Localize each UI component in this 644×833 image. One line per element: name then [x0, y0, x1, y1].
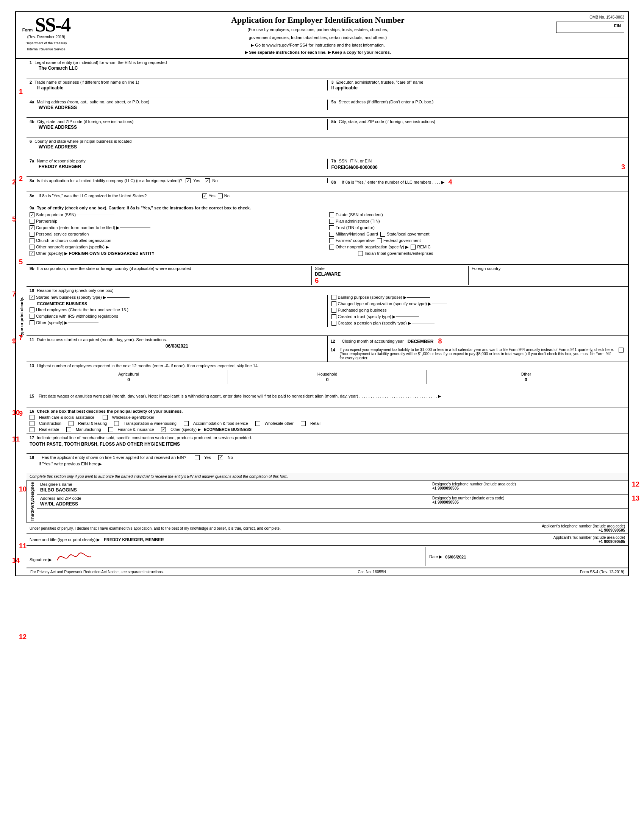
line14-number: 14: [331, 347, 338, 360]
cb-construction[interactable]: [29, 421, 34, 426]
reason-compliance: Compliance with IRS withholding regulati…: [36, 314, 118, 318]
line10-row: 10 Reason for applying (check only one b…: [27, 286, 628, 336]
line18-no-cb[interactable]: [218, 455, 223, 460]
cb-new-biz[interactable]: [29, 295, 34, 300]
cb-transport[interactable]: [114, 421, 119, 426]
cb-personal[interactable]: [29, 232, 34, 236]
line2-label: Trade name of business (if different fro…: [34, 80, 139, 84]
entity-other: Other (specify) ▶: [36, 251, 68, 256]
line8a-row: 8a Is this application for a limited lia…: [27, 177, 628, 192]
line18-yes-cb[interactable]: [195, 455, 200, 460]
cb-nonprofit2[interactable]: [329, 244, 334, 249]
annotation-12-right: 12: [632, 481, 639, 489]
line4b-label: City, state, and ZIP code (if foreign, s…: [37, 119, 134, 124]
line5b-label: City, state, and ZIP code (if foreign, s…: [339, 119, 435, 124]
sig-part: Signature ▶: [29, 547, 425, 566]
entity-nonprofit: Other nonprofit organization (specify) ▶: [36, 244, 109, 249]
cb-finance[interactable]: [108, 427, 113, 432]
cb-trust[interactable]: [332, 314, 336, 319]
cb-banking[interactable]: [332, 295, 336, 300]
cb-corp[interactable]: [29, 225, 34, 230]
cb-wholesale-other[interactable]: [255, 421, 260, 426]
tp-address-value: WY/DL ADDRESS: [40, 501, 426, 507]
line8c-yes-checkbox[interactable]: [202, 193, 207, 198]
cb-plan[interactable]: [329, 219, 334, 224]
cb-purchased[interactable]: [332, 308, 336, 313]
entity-farmers: Farmers' cooperative: [336, 238, 375, 243]
cb-military[interactable]: [329, 232, 334, 236]
name-title-label: Name and title (type or print clearly) ▶: [29, 537, 100, 542]
line18-number: 18: [29, 455, 37, 460]
line5a-number: 5a: [332, 100, 336, 104]
cb-hired[interactable]: [29, 307, 34, 312]
cb-farmers[interactable]: [329, 238, 334, 243]
cb-church[interactable]: [29, 238, 34, 243]
line4b-col: 4b City, state, and ZIP code (if foreign…: [29, 119, 328, 130]
line9a-number: 9a: [29, 206, 34, 210]
cb-accommodation[interactable]: [184, 421, 188, 426]
dept1: Department of the Treasury: [26, 41, 67, 45]
line18-row: 18 Has the applicant entity shown on lin…: [27, 453, 628, 473]
side-label: Type or print clearly.: [16, 59, 27, 576]
line15-label: First date wages or annuities were paid …: [39, 394, 441, 399]
line7b-col: 7b SSN, ITIN, or EIN FOREIGN/00-0000000 …: [328, 159, 625, 171]
line7a-label: Name of responsible party: [37, 159, 85, 163]
cb-indian[interactable]: [358, 251, 363, 256]
cb-other[interactable]: [29, 251, 34, 256]
instructions: ▶ See separate instructions for each lin…: [80, 50, 556, 55]
line7b-label: SSN, ITIN, or EIN: [339, 159, 372, 163]
cb-trust[interactable]: [329, 225, 334, 230]
annotation-7: 7: [12, 290, 16, 298]
line3-label: Executor, administrator, trustee, "care …: [336, 80, 423, 84]
line8c-no-checkbox[interactable]: [218, 193, 223, 198]
line4b-number: 4b: [29, 119, 34, 124]
line5a-label: Street address (if different) (Don't ent…: [339, 100, 434, 104]
cb-rental[interactable]: [69, 421, 74, 426]
line8a-no-checkbox[interactable]: [205, 178, 210, 183]
date-label: Date ▶: [429, 554, 442, 559]
cb-federal[interactable]: [377, 238, 382, 243]
cb-retail[interactable]: [301, 421, 306, 426]
line9b-state-col: State DELAWARE 6: [311, 266, 469, 285]
cb-manufacturing[interactable]: [66, 427, 71, 432]
act-other-value: ECOMMERCE BUSINESS: [204, 427, 251, 432]
cb-health[interactable]: [29, 415, 34, 420]
sig-label: Signature ▶: [29, 557, 52, 562]
annotation-14: 14: [12, 556, 20, 564]
emp-other-value: 0: [428, 377, 623, 383]
line5b-number: 5b: [332, 119, 336, 124]
cb-state[interactable]: [380, 232, 385, 236]
entity-state: State/local government: [387, 232, 430, 236]
line14-checkbox[interactable]: [618, 347, 623, 352]
cb-reason-other[interactable]: [29, 320, 34, 325]
cb-remic[interactable]: [411, 244, 415, 249]
cb-estate[interactable]: [329, 212, 334, 217]
line3-number: 3: [332, 80, 334, 84]
cb-wholesale-agent[interactable]: [103, 415, 108, 420]
cb-nonprofit[interactable]: [29, 244, 34, 249]
line9b-state-label: State: [315, 266, 465, 271]
cb-realestate[interactable]: [29, 427, 34, 432]
line8a-yes-checkbox[interactable]: [186, 178, 190, 183]
annotation-6: 6: [315, 277, 319, 285]
cb-pension[interactable]: [332, 321, 336, 326]
applicant-phone-value: +1 9009090505: [511, 528, 625, 532]
subtitle1: (For use by employers, corporations, par…: [80, 26, 556, 33]
entity-partnership: Partnership: [36, 219, 57, 224]
cb-act-other[interactable]: [161, 427, 166, 432]
cb-partnership[interactable]: [29, 219, 34, 224]
act-transport: Transportation & warehousing: [124, 421, 177, 426]
emp-other-label: Other: [428, 372, 623, 376]
cb-sole[interactable]: [29, 212, 34, 217]
entity-plan: Plan administrator (TIN): [336, 219, 380, 224]
entity-military: Military/National Guard: [336, 232, 378, 236]
act-retail: Retail: [310, 421, 320, 426]
cb-compliance[interactable]: [29, 314, 34, 319]
cb-changed[interactable]: [332, 301, 336, 306]
annotation-3: 3: [621, 163, 625, 171]
line7b-value: FOREIGN/00-0000000: [332, 165, 378, 170]
line2-3-row: 2 Trade name of business (if different f…: [27, 78, 628, 98]
reason-other: Other (specify) ▶: [36, 320, 68, 325]
act-wholesale-other: Wholesale-other: [265, 421, 294, 426]
line12-14-section: 12 Closing month of accounting year DECE…: [328, 336, 628, 362]
